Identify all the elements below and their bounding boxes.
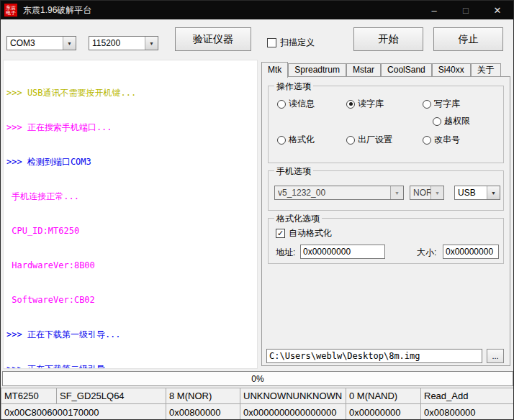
minimize-button[interactable]: – <box>418 1 450 19</box>
window-title: 东震1.96破解平台 <box>23 4 418 17</box>
log-panel[interactable]: >>> USB通讯不需要按开机键... >>> 正在搜索手机端口... >>> … <box>3 60 258 369</box>
mtk-tab-panel: 操作选项 读信息 读字库 写字库 越权限 格式化 <box>261 76 510 366</box>
radio-circle[interactable] <box>346 100 355 109</box>
status-cell-read-add: Read_Add <box>421 388 514 404</box>
log-line: >>> USB通讯不需要按开机键... <box>6 87 254 99</box>
radio-write-flash[interactable]: 写字库 <box>423 98 460 110</box>
operation-options-legend: 操作选项 <box>274 81 313 93</box>
flash-type-value: NOR <box>410 188 430 198</box>
phone-options-legend: 手机选项 <box>274 165 313 178</box>
logo-text-top: 东震 <box>6 5 16 10</box>
close-button[interactable]: ✕ <box>482 1 513 19</box>
tab-coolsand[interactable]: CoolSand <box>381 63 432 76</box>
address-input[interactable] <box>300 245 385 259</box>
flash-type-select[interactable]: NOR ▼ <box>410 186 444 200</box>
log-line: CPU_ID:MT6250 <box>6 225 254 237</box>
checkbox-box[interactable]: ✓ <box>276 229 285 238</box>
com-port-value: COM3 <box>7 38 63 48</box>
tab-about[interactable]: 关于 <box>471 63 501 76</box>
radio-read-flash[interactable]: 读字库 <box>346 98 384 110</box>
log-line: HardwareVer:8B00 <box>6 260 254 271</box>
logo-text-bottom: 电子 <box>6 10 16 15</box>
log-line: >>> 检测到端口COM3 <box>6 156 254 168</box>
radio-circle[interactable] <box>433 117 441 126</box>
status-row-labels: MT6250 SF_GD25LQ64 8 M(NOR) UNKNOWNUNKNO… <box>1 388 514 404</box>
scan-define-checkbox[interactable]: ✓ 扫描定义 <box>267 37 315 49</box>
chevron-down-icon[interactable]: ▼ <box>430 186 443 199</box>
status-cell-nand-cap: 0x00000000 <box>346 404 421 420</box>
radio-change-imei[interactable]: 改串号 <box>423 134 460 146</box>
radio-bypass-permission[interactable]: 越权限 <box>433 115 470 127</box>
status-cell-nand-id: 0x0000000000000000 <box>240 404 346 420</box>
operation-options-group: 操作选项 读信息 读字库 写字库 越权限 格式化 <box>268 86 504 163</box>
titlebar: 东震 电子 东震1.96破解平台 – □ ✕ <box>1 1 513 19</box>
status-cell-cpu: MT6250 <box>1 388 57 404</box>
status-cell-nor-id: 0x00C8006000170000 <box>1 404 166 420</box>
status-cell-nor-model: SF_GD25LQ64 <box>57 388 166 404</box>
log-line: >>> 正在下载第一级引导... <box>6 329 254 340</box>
tab-bar: Mtk Spreadtrum Mstar CoolSand Si40xx 关于 <box>261 61 501 76</box>
progress-bar: 0% <box>2 371 513 386</box>
start-button[interactable]: 开始 <box>353 27 423 51</box>
chevron-down-icon[interactable]: ▼ <box>145 37 158 50</box>
interface-value: USB <box>455 188 487 198</box>
stop-button[interactable]: 停止 <box>433 27 503 51</box>
status-cell-nor-cap: 0x00800000 <box>166 404 240 420</box>
window-controls: – □ ✕ <box>418 1 513 19</box>
size-label: 大小: <box>417 247 436 259</box>
radio-circle[interactable] <box>277 100 286 109</box>
radio-label: 出厂设置 <box>358 134 392 146</box>
baud-rate-select[interactable]: 115200 ▼ <box>89 36 158 50</box>
com-port-select[interactable]: COM3 ▼ <box>6 36 76 50</box>
log-line: 手机连接正常... <box>6 191 254 202</box>
size-input[interactable] <box>443 245 499 259</box>
format-options-group: 格式化选项 ✓ 自动格式化 地址: 大小: <box>268 218 504 264</box>
radio-circle[interactable] <box>423 136 431 145</box>
phone-options-group: 手机选项 v5_1232_00 ▼ NOR ▼ USB ▼ <box>268 170 504 211</box>
phone-model-value: v5_1232_00 <box>275 188 390 198</box>
radio-label: 改串号 <box>434 134 460 146</box>
tab-si40xx[interactable]: Si40xx <box>432 63 471 76</box>
radio-circle[interactable] <box>346 136 355 145</box>
radio-label: 越权限 <box>444 115 470 127</box>
verify-device-button[interactable]: 验证仪器 <box>175 27 251 51</box>
status-row-values: 0x00C8006000170000 0x00800000 0x00000000… <box>1 404 514 420</box>
app-window: 东震 电子 东震1.96破解平台 – □ ✕ COM3 ▼ 115200 ▼ 验… <box>0 0 514 420</box>
tab-mtk[interactable]: Mtk <box>261 62 288 78</box>
progress-percent: 0% <box>251 374 263 384</box>
radio-label: 读字库 <box>358 98 384 110</box>
phone-model-select[interactable]: v5_1232_00 ▼ <box>274 186 404 200</box>
address-label: 地址: <box>276 247 295 259</box>
check-icon: ✓ <box>277 229 284 237</box>
status-cell-read-addr: 0x00800000 <box>421 404 514 420</box>
app-logo-icon: 东震 电子 <box>4 4 17 17</box>
log-line: >>> 正在下载第二级引导... <box>6 363 254 369</box>
log-line: SoftwareVer:CB02 <box>6 294 254 306</box>
auto-format-checkbox[interactable]: ✓ 自动格式化 <box>276 227 332 239</box>
checkbox-box[interactable]: ✓ <box>267 38 276 47</box>
radio-factory-reset[interactable]: 出厂设置 <box>346 134 392 146</box>
radio-circle[interactable] <box>277 136 286 145</box>
radio-format[interactable]: 格式化 <box>277 134 315 146</box>
status-grid: MT6250 SF_GD25LQ64 8 M(NOR) UNKNOWNUNKNO… <box>1 388 514 420</box>
file-path-input[interactable] <box>266 349 482 363</box>
radio-read-info[interactable]: 读信息 <box>277 98 315 110</box>
tab-mstar[interactable]: Mstar <box>346 63 381 76</box>
status-cell-nand-model: UNKNOWNUNKNOWN <box>240 388 346 404</box>
status-cell-nand-size: 0 M(NAND) <box>346 388 421 404</box>
maximize-button[interactable]: □ <box>450 1 482 19</box>
browse-button[interactable]: ... <box>487 349 504 363</box>
auto-format-label: 自动格式化 <box>289 227 332 239</box>
radio-circle[interactable] <box>423 100 431 109</box>
status-cell-nor-size: 8 M(NOR) <box>166 388 240 404</box>
radio-label: 写字库 <box>434 98 460 110</box>
scan-define-label: 扫描定义 <box>280 37 315 49</box>
baud-rate-value: 115200 <box>89 38 145 48</box>
chevron-down-icon[interactable]: ▼ <box>63 37 76 50</box>
radio-label: 读信息 <box>289 98 315 110</box>
tab-spreadtrum[interactable]: Spreadtrum <box>288 63 346 76</box>
interface-select[interactable]: USB ▼ <box>454 186 500 200</box>
format-options-legend: 格式化选项 <box>274 213 322 225</box>
chevron-down-icon[interactable]: ▼ <box>487 186 500 199</box>
chevron-down-icon[interactable]: ▼ <box>390 186 403 199</box>
